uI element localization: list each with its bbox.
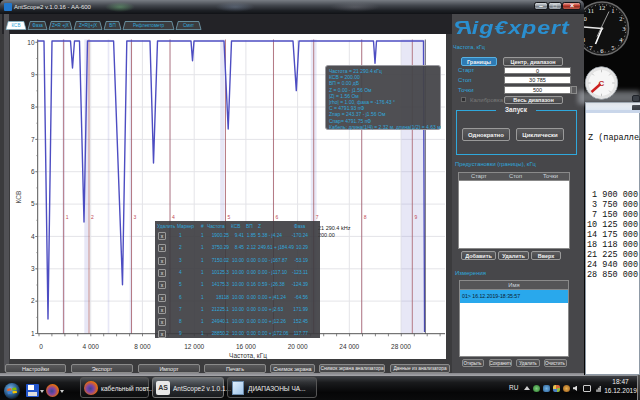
svg-text:21 290.4 kHz: 21 290.4 kHz xyxy=(318,225,351,231)
svg-text:4 000: 4 000 xyxy=(83,343,100,350)
svg-text:8: 8 xyxy=(31,103,35,110)
svg-text:7: 7 xyxy=(316,214,319,220)
svg-text:Смит: Смит xyxy=(183,23,195,28)
svg-text:Рефлектометр: Рефлектометр xyxy=(133,23,165,28)
svg-text:4: 4 xyxy=(172,214,175,220)
svg-text:7: 7 xyxy=(31,136,35,143)
svg-text:Z=R +jX: Z=R +jX xyxy=(52,23,69,28)
svg-text:3: 3 xyxy=(134,214,137,220)
svg-text:Частота, кГц: Частота, кГц xyxy=(229,352,267,360)
svg-text:2: 2 xyxy=(91,214,94,220)
svg-text:ВП: ВП xyxy=(109,23,115,28)
svg-text:2: 2 xyxy=(31,297,35,304)
svg-text:1: 1 xyxy=(611,7,614,14)
svg-text:2: 2 xyxy=(619,15,622,22)
svg-text:1: 1 xyxy=(66,214,69,220)
svg-text:КСВ: КСВ xyxy=(11,23,20,28)
svg-text:Z=R||+jX: Z=R||+jX xyxy=(79,23,97,28)
svg-text:9: 9 xyxy=(414,214,417,220)
svg-text:12: 12 xyxy=(599,4,606,11)
svg-text:3: 3 xyxy=(31,265,35,272)
svg-text:6: 6 xyxy=(31,168,35,175)
svg-text:6: 6 xyxy=(276,214,279,220)
svg-text:5: 5 xyxy=(228,214,231,220)
svg-text:28 000: 28 000 xyxy=(391,343,411,350)
svg-text:11: 11 xyxy=(588,7,594,14)
svg-text:200.00: 200.00 xyxy=(318,232,335,238)
svg-text:20 000: 20 000 xyxy=(288,343,308,350)
svg-text:8 000: 8 000 xyxy=(134,343,151,350)
svg-text:0: 0 xyxy=(39,343,43,350)
svg-text:КСВ: КСВ xyxy=(15,191,22,204)
svg-text:16 000: 16 000 xyxy=(236,343,256,350)
svg-text:9: 9 xyxy=(31,71,35,78)
svg-text:12 000: 12 000 xyxy=(184,343,204,350)
svg-text:8: 8 xyxy=(364,214,367,220)
svg-text:1: 1 xyxy=(31,330,35,337)
svg-text:4: 4 xyxy=(31,233,35,240)
svg-text:10: 10 xyxy=(27,39,35,46)
svg-text:24 000: 24 000 xyxy=(339,343,359,350)
svg-text:5: 5 xyxy=(31,200,35,207)
svg-text:Фаза: Фаза xyxy=(32,23,43,28)
